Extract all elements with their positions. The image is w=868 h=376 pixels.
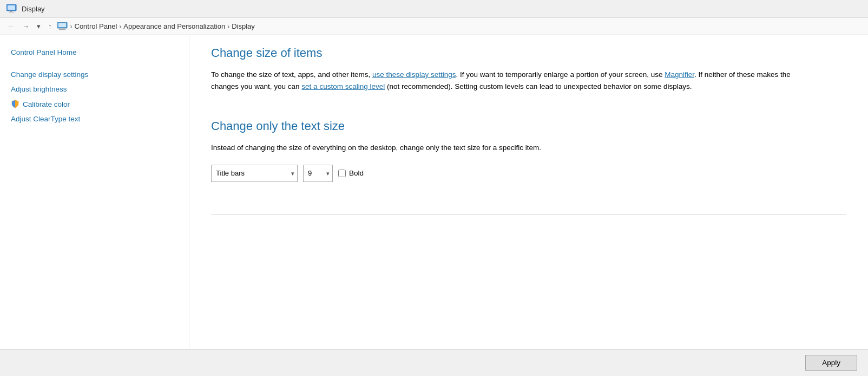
custom-scaling-link[interactable]: set a custom scaling level: [301, 82, 385, 90]
svg-rect-5: [58, 23, 66, 27]
section1-text: To change the size of text, apps, and ot…: [211, 69, 806, 92]
breadcrumb-control-panel[interactable]: Control Panel: [75, 22, 117, 30]
svg-rect-7: [59, 29, 65, 30]
svg-rect-2: [10, 11, 12, 12]
sidebar-item-calibrate-color[interactable]: Calibrate color: [11, 98, 178, 111]
bold-checkbox[interactable]: [338, 170, 346, 177]
section1-title: Change size of items: [211, 46, 846, 60]
address-bar: ← → ▾ ↑ › Control Panel › Appearance and…: [0, 18, 868, 35]
window-icon: [6, 4, 17, 13]
forward-button[interactable]: →: [20, 21, 31, 31]
item-type-select[interactable]: Title bars Menus Message boxes Palette t…: [211, 165, 298, 182]
use-display-settings-link[interactable]: use these display settings: [372, 70, 456, 79]
breadcrumb: › Control Panel › Appearance and Persona…: [57, 22, 255, 31]
sidebar-item-control-panel-home[interactable]: Control Panel Home: [11, 46, 178, 59]
computer-icon: [57, 22, 68, 31]
shield-icon: [11, 100, 19, 108]
window-title: Display: [22, 5, 45, 13]
dropdown-button[interactable]: ▾: [35, 21, 43, 31]
item-type-select-wrapper: Title bars Menus Message boxes Palette t…: [211, 165, 298, 182]
section1-text-between: . If you want to temporarily enlarge a p…: [456, 70, 665, 79]
text-size-controls: Title bars Menus Message boxes Palette t…: [211, 165, 846, 182]
font-size-select[interactable]: 6 7 8 9 10 11 12 14 16 18 20 24 28 32: [303, 165, 333, 182]
magnifier-link[interactable]: Magnifier: [665, 70, 694, 79]
font-size-select-wrapper: 6 7 8 9 10 11 12 14 16 18 20 24 28 32: [303, 165, 333, 182]
content-divider: [211, 215, 846, 215]
svg-rect-3: [9, 12, 14, 12]
footer-bar: Apply: [0, 349, 868, 376]
content-area: Control Panel Home Change display settin…: [0, 35, 868, 349]
sidebar-item-adjust-brightness[interactable]: Adjust brightness: [11, 83, 178, 95]
main-window: Display ← → ▾ ↑ › Control Panel › Appear…: [0, 0, 868, 376]
main-content-area: Change size of items To change the size …: [189, 35, 868, 349]
svg-rect-1: [8, 5, 15, 10]
sidebar-item-change-display-settings[interactable]: Change display settings: [11, 68, 178, 81]
title-bar: Display: [0, 0, 868, 18]
sidebar: Control Panel Home Change display settin…: [0, 35, 189, 349]
apply-button[interactable]: Apply: [805, 355, 857, 371]
back-button[interactable]: ←: [5, 21, 17, 31]
breadcrumb-display[interactable]: Display: [232, 22, 255, 30]
sidebar-item-adjust-cleartype[interactable]: Adjust ClearType text: [11, 113, 178, 125]
section2-title: Change only the text size: [211, 119, 846, 133]
breadcrumb-appearance[interactable]: Appearance and Personalization: [123, 22, 225, 30]
section2-description: Instead of changing the size of everythi…: [211, 142, 806, 154]
bold-label[interactable]: Bold: [338, 169, 364, 177]
up-button[interactable]: ↑: [46, 21, 54, 31]
svg-rect-6: [61, 28, 64, 29]
section1-text-before-link1: To change the size of text, apps, and ot…: [211, 70, 372, 79]
section1-text-end: (not recommended). Setting custom levels…: [385, 82, 692, 90]
bold-text: Bold: [349, 169, 364, 177]
